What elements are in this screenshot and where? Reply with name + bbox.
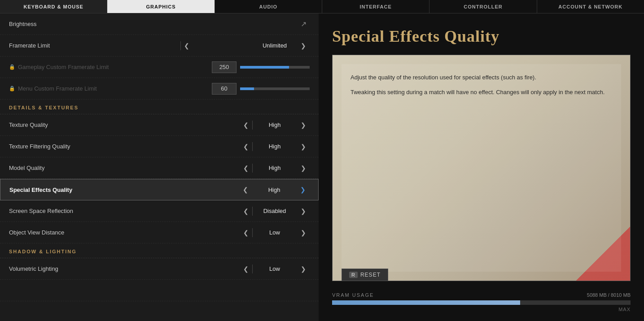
texture-quality-control: ❮ High ❯ [240, 119, 310, 131]
special-effects-prev[interactable]: ❮ [239, 183, 252, 196]
nav-interface[interactable]: INTERFACE [322, 0, 429, 13]
nav-graphics[interactable]: GRAPHICS [107, 0, 215, 13]
detail-description-1: Adjust the quality of the resolution use… [350, 73, 612, 82]
gameplay-framerate-value: 250 [212, 61, 237, 73]
volumetric-lighting-control: ❮ Low ❯ [240, 263, 310, 275]
screen-space-reflection-row[interactable]: Screen Space Reflection ❮ Disabled ❯ [0, 200, 319, 222]
texture-filtering-next[interactable]: ❯ [297, 140, 310, 153]
external-link-icon[interactable]: ↗ [297, 18, 310, 30]
reset-key-badge: R [349, 272, 358, 278]
main-content: Brightness ↗ Framerate Limit ❮ Unlimited… [0, 13, 644, 321]
framerate-limit-next[interactable]: ❯ [297, 39, 310, 52]
object-view-distance-value: Low [252, 229, 297, 236]
framerate-limit-display: Unlimited [252, 42, 297, 49]
gameplay-framerate-control: 250 [212, 61, 310, 73]
texture-filtering-prev[interactable]: ❮ [240, 140, 252, 153]
texture-quality-row[interactable]: Texture Quality ❮ High ❯ [0, 114, 319, 136]
menu-lock-icon: 🔒 [9, 86, 15, 91]
volumetric-lighting-label: Volumetric Lighting [9, 265, 240, 272]
vram-max-label: MAX [332, 307, 631, 312]
texture-filtering-row[interactable]: Texture Filtering Quality ❮ High ❯ [0, 136, 319, 157]
details-textures-header: DETAILS & TEXTURES [0, 100, 319, 114]
vram-section: VRAM USAGE 5088 MB / 8010 MB MAX [332, 288, 631, 312]
reset-button[interactable]: R RESET [342, 269, 388, 281]
framerate-limit-control: ❮ Unlimited ❯ [180, 39, 310, 52]
gameplay-framerate-bar [240, 66, 310, 69]
vram-value: 5088 MB / 8010 MB [587, 292, 631, 298]
volumetric-lighting-next[interactable]: ❯ [297, 263, 310, 275]
object-view-distance-prev[interactable]: ❮ [240, 226, 252, 239]
vram-label: VRAM USAGE [332, 292, 374, 298]
detail-title: Special Effects Quality [332, 27, 631, 46]
detail-description-2: Tweaking this setting during a match wil… [350, 88, 612, 97]
model-quality-prev[interactable]: ❮ [240, 162, 252, 174]
special-effects-row[interactable]: Special Effects Quality ❮ High ❯ [0, 179, 319, 200]
screen-space-reflection-label: Screen Space Reflection [9, 208, 240, 214]
gameplay-framerate-row: 🔒 Gameplay Custom Framerate Limit 250 [0, 56, 319, 78]
menu-framerate-control: 60 [212, 83, 310, 95]
menu-framerate-value: 60 [212, 83, 237, 95]
vram-bar-container [332, 300, 631, 305]
nav-account-network[interactable]: ACCOUNT & NETWORK [537, 0, 644, 13]
menu-framerate-fill [240, 87, 254, 90]
menu-framerate-row: 🔒 Menu Custom Framerate Limit 60 [0, 78, 319, 100]
framerate-limit-label: Framerate Limit [9, 42, 180, 49]
texture-quality-prev[interactable]: ❮ [240, 119, 252, 131]
framerate-limit-value: ❮ [180, 39, 252, 52]
special-effects-control: ❮ High ❯ [239, 183, 309, 196]
nav-audio[interactable]: AUDIO [215, 0, 322, 13]
object-view-distance-control: ❮ Low ❯ [240, 226, 310, 239]
texture-filtering-label: Texture Filtering Quality [9, 143, 240, 150]
gameplay-lock-icon: 🔒 [9, 64, 15, 70]
texture-quality-label: Texture Quality [9, 121, 240, 128]
model-quality-next[interactable]: ❯ [297, 162, 310, 174]
top-navigation: KEYBOARD & MOUSE GRAPHICS AUDIO INTERFAC… [0, 0, 644, 13]
framerate-limit-prev[interactable]: ❮ [180, 39, 193, 52]
framerate-limit-row: Framerate Limit ❮ Unlimited ❯ [0, 35, 319, 56]
nav-controller[interactable]: CONTROLLER [429, 0, 537, 13]
model-quality-value: High [252, 165, 297, 171]
brightness-row: Brightness ↗ [0, 13, 319, 35]
right-detail-panel: Special Effects Quality Adjust the quali… [319, 13, 644, 321]
special-effects-value: High [252, 187, 297, 193]
screen-space-reflection-value: Disabled [252, 208, 297, 214]
object-view-distance-row[interactable]: Object View Distance ❮ Low ❯ [0, 222, 319, 243]
screen-space-reflection-control: ❮ Disabled ❯ [240, 205, 310, 217]
volumetric-lighting-row[interactable]: Volumetric Lighting ❮ Low ❯ [0, 258, 319, 280]
model-quality-control: ❮ High ❯ [240, 162, 310, 174]
vram-bar-fill [332, 300, 520, 305]
detail-text-area: Adjust the quality of the resolution use… [342, 64, 621, 272]
object-view-distance-next[interactable]: ❯ [297, 226, 310, 239]
model-quality-row[interactable]: Model Quality ❮ High ❯ [0, 157, 319, 179]
texture-quality-value: High [252, 121, 297, 128]
texture-filtering-value: High [252, 143, 297, 150]
vram-header: VRAM USAGE 5088 MB / 8010 MB [332, 292, 631, 298]
reset-label: RESET [360, 272, 381, 278]
nav-keyboard-mouse[interactable]: KEYBOARD & MOUSE [0, 0, 107, 13]
screen-space-reflection-prev[interactable]: ❮ [240, 205, 252, 217]
left-settings-panel: Brightness ↗ Framerate Limit ❮ Unlimited… [0, 13, 319, 321]
model-quality-label: Model Quality [9, 165, 240, 171]
shadow-lighting-header: SHADOW & LIGHTING [0, 243, 319, 258]
gameplay-framerate-label: Gameplay Custom Framerate Limit [18, 64, 212, 70]
texture-filtering-control: ❮ High ❯ [240, 140, 310, 153]
volumetric-lighting-value: Low [252, 265, 297, 272]
texture-quality-next[interactable]: ❯ [297, 119, 310, 131]
special-effects-next[interactable]: ❯ [297, 183, 309, 196]
detail-image-container: Adjust the quality of the resolution use… [332, 55, 631, 281]
menu-framerate-bar [240, 87, 310, 90]
extra-row[interactable] [0, 280, 319, 301]
brightness-label: Brightness [9, 21, 297, 27]
menu-framerate-label: Menu Custom Framerate Limit [18, 85, 212, 92]
special-effects-label: Special Effects Quality [9, 187, 239, 193]
gameplay-framerate-fill [240, 66, 289, 69]
object-view-distance-label: Object View Distance [9, 229, 240, 236]
screen-space-reflection-next[interactable]: ❯ [297, 205, 310, 217]
volumetric-lighting-prev[interactable]: ❮ [240, 263, 252, 275]
